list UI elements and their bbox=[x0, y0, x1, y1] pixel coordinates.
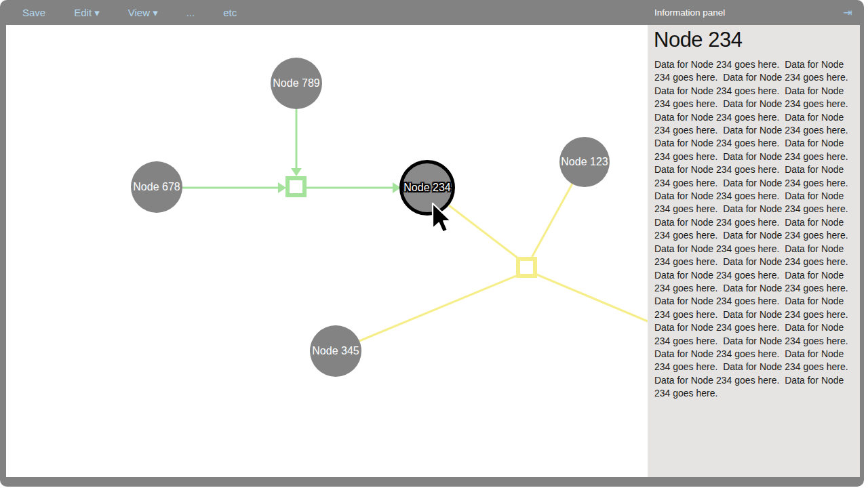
graph-node-345[interactable]: Node 345 bbox=[310, 325, 361, 377]
information-panel-title: Information panel bbox=[654, 0, 725, 25]
graph-edges-layer bbox=[6, 25, 648, 477]
graph-canvas[interactable] bbox=[6, 25, 648, 477]
edge-234-to-yellow-junction bbox=[449, 205, 518, 258]
panel-body-text: Data for Node 234 goes here. Data for No… bbox=[654, 58, 852, 401]
menu-etc[interactable]: etc bbox=[223, 7, 237, 18]
mouse-cursor-icon bbox=[430, 201, 456, 236]
arrowhead-icon bbox=[291, 168, 302, 176]
information-panel: Node 234 Data for Node 234 goes here. Da… bbox=[648, 25, 860, 477]
node-label: Node 123 bbox=[561, 156, 608, 168]
menu-view[interactable]: View ▾ bbox=[128, 7, 158, 19]
graph-node-789[interactable]: Node 789 bbox=[271, 58, 322, 109]
edge-123-to-yellow-junction bbox=[532, 184, 572, 258]
node-label: Node 678 bbox=[133, 181, 180, 193]
yellow-junction-square[interactable] bbox=[518, 259, 535, 276]
panel-collapse-icon[interactable]: ⇥ bbox=[844, 0, 852, 25]
menu-save[interactable]: Save bbox=[22, 7, 45, 18]
menu-more[interactable]: ... bbox=[186, 7, 195, 18]
graph-node-678[interactable]: Node 678 bbox=[131, 161, 182, 213]
edge-yellow-junction-offscreen bbox=[535, 274, 648, 321]
app-window: Save Edit ▾ View ▾ ... etc Information p… bbox=[0, 0, 864, 487]
toolbar: Save Edit ▾ View ▾ ... etc bbox=[0, 0, 864, 25]
node-label: Node 789 bbox=[273, 77, 319, 89]
green-junction-square[interactable] bbox=[288, 178, 304, 195]
arrowhead-icon bbox=[278, 182, 286, 193]
node-label: Node 345 bbox=[312, 345, 359, 357]
node-label: Node 234 bbox=[403, 182, 450, 194]
panel-heading: Node 234 bbox=[654, 28, 860, 52]
graph-node-123[interactable]: Node 123 bbox=[559, 137, 610, 187]
edge-yellow-junction-to-345 bbox=[359, 275, 518, 341]
menu-edit[interactable]: Edit ▾ bbox=[74, 7, 100, 19]
